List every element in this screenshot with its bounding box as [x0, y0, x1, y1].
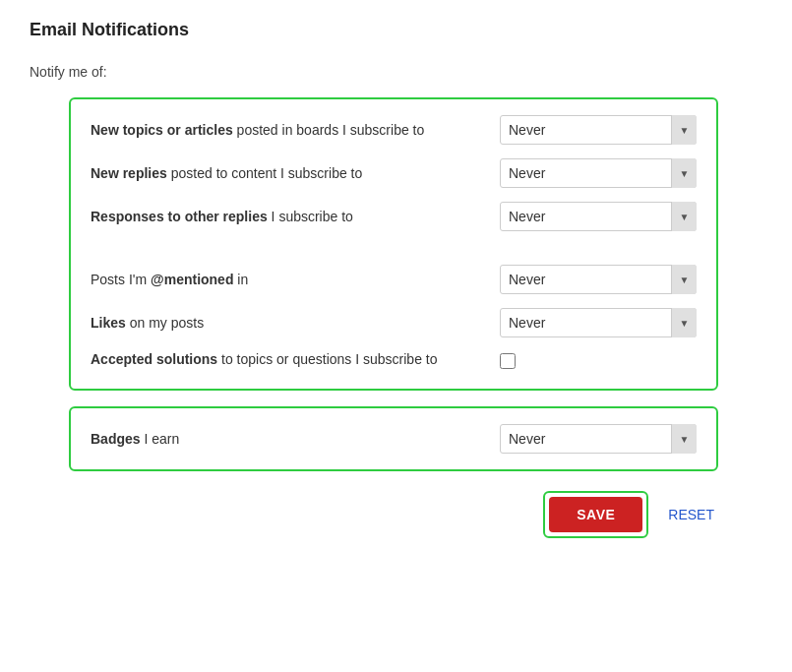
- save-button-wrapper: SAVE: [543, 491, 648, 538]
- select-wrapper-new-topics: Never Immediately Daily Weekly: [500, 115, 697, 145]
- page-title: Email Notifications: [30, 20, 762, 40]
- select-likes[interactable]: Never Immediately Daily Weekly: [500, 308, 697, 337]
- row-responses: Responses to other replies I subscribe t…: [91, 202, 697, 231]
- row-mentions: Posts I'm @mentioned in Never Immediatel…: [91, 265, 697, 294]
- select-responses[interactable]: Never Immediately Daily Weekly: [500, 202, 697, 231]
- select-new-replies[interactable]: Never Immediately Daily Weekly: [500, 158, 697, 188]
- row-accepted-solutions: Accepted solutions to topics or question…: [91, 351, 697, 373]
- row-new-topics: New topics or articles posted in boards …: [91, 115, 697, 145]
- select-new-topics[interactable]: Never Immediately Daily Weekly: [500, 115, 697, 145]
- label-new-replies: New replies posted to content I subscrib…: [91, 165, 500, 181]
- label-accepted-solutions: Accepted solutions to topics or question…: [91, 351, 500, 373]
- row-new-replies: New replies posted to content I subscrib…: [91, 158, 697, 188]
- action-row: SAVE RESET: [69, 491, 718, 538]
- select-wrapper-responses: Never Immediately Daily Weekly: [500, 202, 697, 231]
- select-mentions[interactable]: Never Immediately Daily Weekly: [500, 265, 697, 294]
- row-badges: Badges I earn Never Immediately Daily We…: [91, 424, 697, 454]
- label-mentions: Posts I'm @mentioned in: [91, 272, 500, 287]
- label-responses: Responses to other replies I subscribe t…: [91, 209, 500, 224]
- label-new-topics: New topics or articles posted in boards …: [91, 122, 500, 138]
- select-wrapper-mentions: Never Immediately Daily Weekly: [500, 265, 697, 294]
- badges-box: Badges I earn Never Immediately Daily We…: [69, 406, 718, 471]
- save-button[interactable]: SAVE: [549, 497, 642, 532]
- checkbox-accepted-solutions[interactable]: [500, 353, 516, 369]
- reset-button[interactable]: RESET: [664, 497, 718, 532]
- notify-label: Notify me of:: [30, 64, 762, 80]
- select-wrapper-likes: Never Immediately Daily Weekly: [500, 308, 697, 337]
- row-likes: Likes on my posts Never Immediately Dail…: [91, 308, 697, 337]
- label-badges: Badges I earn: [91, 431, 500, 447]
- main-notifications-box: New topics or articles posted in boards …: [69, 97, 718, 391]
- label-likes: Likes on my posts: [91, 315, 500, 331]
- select-badges[interactable]: Never Immediately Daily Weekly: [500, 424, 697, 454]
- select-wrapper-new-replies: Never Immediately Daily Weekly: [500, 158, 697, 188]
- select-wrapper-badges: Never Immediately Daily Weekly: [500, 424, 697, 454]
- checkbox-area-accepted-solutions: [500, 351, 697, 369]
